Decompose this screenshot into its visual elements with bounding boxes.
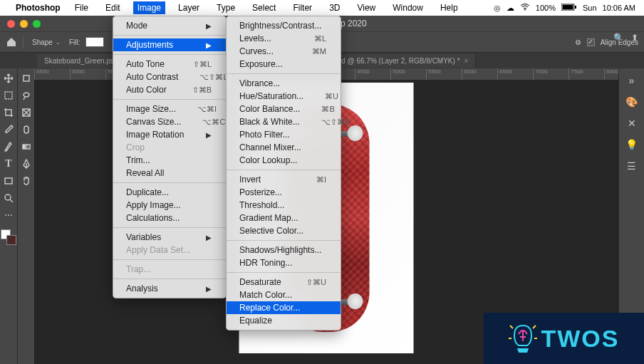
- menu-adjustments[interactable]: Adjustments▶: [113, 38, 226, 51]
- marquee-tool[interactable]: [1, 88, 16, 103]
- lasso-tool[interactable]: [19, 88, 33, 103]
- menu-image-size[interactable]: Image Size...⌥⌘I: [113, 103, 226, 115]
- menu-auto-contrast[interactable]: Auto Contrast⌥⇧⌘L: [113, 71, 226, 83]
- hand-tool[interactable]: [19, 174, 33, 188]
- menu-posterize[interactable]: Posterize...: [227, 186, 341, 199]
- gradient-tool[interactable]: [19, 140, 33, 154]
- menu-select[interactable]: Select: [248, 1, 280, 14]
- menu-vibrance[interactable]: Vibrance...: [227, 77, 341, 90]
- menu-3d[interactable]: 3D: [325, 1, 344, 14]
- menu-edit[interactable]: Edit: [101, 1, 125, 14]
- properties-panel-icon[interactable]: ✕: [624, 115, 640, 131]
- menu-hue-saturation[interactable]: Hue/Saturation...⌘U: [227, 90, 341, 103]
- tools-panel-col1: T ⋯: [0, 68, 17, 364]
- shape-mode-dropdown[interactable]: Shape ⌄: [29, 37, 63, 48]
- color-panel-icon[interactable]: 🎨: [624, 94, 640, 110]
- menu-window[interactable]: Window: [388, 1, 427, 14]
- menu-channel-mixer[interactable]: Channel Mixer...: [227, 141, 341, 154]
- healing-brush-tool[interactable]: [19, 123, 33, 137]
- menu-canvas-size[interactable]: Canvas Size...⌥⌘C: [113, 115, 226, 128]
- circles-icon: ◎: [494, 4, 501, 13]
- close-window-button[interactable]: [7, 20, 15, 28]
- menu-auto-tone[interactable]: Auto Tone⇧⌘L: [113, 58, 226, 71]
- menu-analysis[interactable]: Analysis▶: [113, 282, 226, 295]
- fill-color-swatch[interactable]: [85, 37, 104, 47]
- menu-trim[interactable]: Trim...: [113, 154, 226, 167]
- menu-mode[interactable]: Mode▶: [113, 19, 226, 32]
- menu-filter[interactable]: Filter: [289, 1, 316, 14]
- menu-reveal-all[interactable]: Reveal All: [113, 167, 226, 180]
- eyedropper-tool[interactable]: [1, 123, 16, 137]
- menu-variables[interactable]: Variables▶: [113, 231, 226, 244]
- menu-apply-data-set: Apply Data Set...: [113, 244, 226, 256]
- move-tool[interactable]: [1, 71, 16, 85]
- svg-rect-4: [5, 92, 12, 99]
- pen-tool[interactable]: [19, 157, 33, 171]
- close-tab-icon[interactable]: ×: [464, 57, 469, 65]
- artboard-tool[interactable]: [19, 71, 33, 85]
- brush-tool[interactable]: [1, 140, 16, 154]
- menu-equalize[interactable]: Equalize: [227, 314, 341, 327]
- menu-hdr-toning[interactable]: HDR Toning...: [227, 256, 341, 269]
- menu-exposure[interactable]: Exposure...: [227, 58, 341, 71]
- svg-rect-5: [5, 178, 12, 184]
- background-color[interactable]: [6, 235, 16, 245]
- menu-black-white[interactable]: Black & White...⌥⇧⌘B: [227, 115, 341, 128]
- menu-gradient-map[interactable]: Gradient Map...: [227, 212, 341, 224]
- gear-icon[interactable]: ⚙: [575, 38, 581, 46]
- svg-point-0: [524, 9, 526, 11]
- search-icon[interactable]: 🔍: [613, 33, 624, 43]
- menu-levels[interactable]: Levels...⌘L: [227, 32, 341, 45]
- menu-file[interactable]: File: [71, 1, 93, 14]
- expand-panels-icon[interactable]: »: [624, 73, 640, 88]
- menu-brightness-contrast[interactable]: Brightness/Contrast...: [227, 19, 341, 32]
- ruler-tick: 5000: [70, 68, 105, 80]
- menu-replace-color[interactable]: Replace Color...: [227, 301, 341, 314]
- rectangle-tool[interactable]: [1, 174, 16, 188]
- mac-menubar: Photoshop File Edit Image Layer Type Sel…: [0, 0, 644, 16]
- svg-rect-3: [575, 6, 576, 9]
- share-icon[interactable]: ⬆: [631, 33, 638, 43]
- menu-invert[interactable]: Invert⌘I: [227, 173, 341, 186]
- image-menu-dropdown: Mode▶ Adjustments▶ Auto Tone⇧⌘L Auto Con…: [113, 16, 227, 298]
- menu-image-rotation[interactable]: Image Rotation▶: [113, 128, 226, 141]
- align-edges-checkbox[interactable]: [587, 38, 595, 46]
- color-swatches[interactable]: [1, 229, 16, 245]
- menu-type[interactable]: Type: [212, 1, 239, 14]
- menu-color-balance[interactable]: Color Balance...⌘B: [227, 103, 341, 115]
- menu-selective-color[interactable]: Selective Color...: [227, 224, 341, 237]
- ruler-tick: 7500: [568, 68, 604, 80]
- menu-color-lookup[interactable]: Color Lookup...: [227, 154, 341, 167]
- tab-label: Skateboard_Green.psd: [44, 57, 118, 65]
- menu-threshold[interactable]: Threshold...: [227, 199, 341, 212]
- crop-tool[interactable]: [1, 105, 16, 120]
- menu-crop[interactable]: Crop: [113, 141, 226, 154]
- libraries-panel-icon[interactable]: ☰: [624, 158, 640, 174]
- menu-image[interactable]: Image: [133, 1, 165, 14]
- menu-match-color[interactable]: Match Color...: [227, 288, 341, 301]
- menu-desaturate[interactable]: Desaturate⇧⌘U: [227, 276, 341, 288]
- menu-layer[interactable]: Layer: [174, 1, 204, 14]
- menu-help[interactable]: Help: [436, 1, 462, 14]
- menu-shadows-highlights[interactable]: Shadows/Highlights...: [227, 244, 341, 256]
- twos-text: TWOS: [541, 325, 620, 353]
- lightbulb-icon: [509, 321, 537, 355]
- frame-tool[interactable]: [19, 105, 33, 120]
- menu-photo-filter[interactable]: Photo Filter...: [227, 128, 341, 141]
- menu-duplicate[interactable]: Duplicate...: [113, 186, 226, 199]
- app-name[interactable]: Photoshop: [16, 3, 61, 13]
- type-tool[interactable]: T: [1, 157, 16, 171]
- menu-calculations[interactable]: Calculations...: [113, 212, 226, 224]
- menu-apply-image[interactable]: Apply Image...: [113, 199, 226, 212]
- home-icon[interactable]: [6, 37, 17, 47]
- minimize-window-button[interactable]: [20, 20, 28, 28]
- adjustments-submenu: Brightness/Contrast... Levels...⌘L Curve…: [226, 16, 341, 331]
- info-panel-icon[interactable]: 💡: [624, 137, 640, 152]
- ruler-tick: 4500: [34, 68, 70, 80]
- menu-view[interactable]: View: [353, 1, 380, 14]
- zoom-tool[interactable]: [1, 191, 16, 205]
- menu-curves[interactable]: Curves...⌘M: [227, 45, 341, 58]
- menu-auto-color[interactable]: Auto Color⇧⌘B: [113, 83, 226, 96]
- fullscreen-window-button[interactable]: [33, 20, 41, 28]
- edit-toolbar[interactable]: ⋯: [1, 208, 16, 222]
